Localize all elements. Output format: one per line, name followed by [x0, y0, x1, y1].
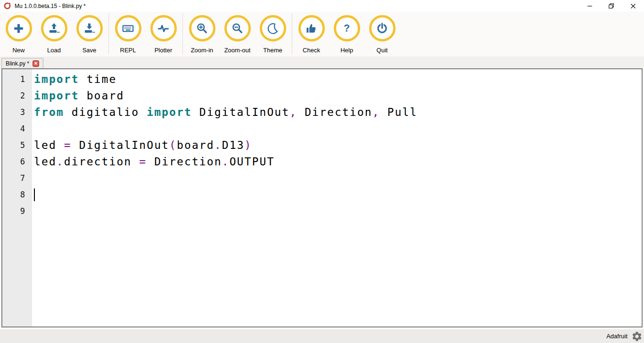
toolbar-group: NewLoadSave: [1, 12, 107, 54]
help-button-label: Help: [340, 47, 353, 54]
check-button-circle: [298, 15, 325, 41]
minimize-window-button[interactable]: [579, 0, 601, 12]
window-title: Mu 1.0.0.beta.15 - Blink.py *: [15, 3, 86, 9]
code-token-operator: =: [139, 155, 147, 168]
zoom-out-button[interactable]: Zoom-out: [220, 12, 255, 54]
new-button-label: New: [12, 47, 25, 54]
tab-close-icon[interactable]: ✕: [33, 60, 39, 67]
help-button-circle: ?: [334, 15, 360, 41]
line-number: 7: [2, 170, 32, 187]
toolbar-group: Check?HelpQuit: [294, 12, 400, 54]
check-button[interactable]: Check: [294, 12, 329, 54]
toolbar-group: REPLPlotter: [110, 12, 181, 54]
code-token-plain: digitalio: [64, 106, 147, 118]
help-button[interactable]: ?Help: [329, 12, 364, 54]
zoom-out-icon: [231, 22, 244, 35]
code-token-operator: .: [57, 155, 64, 168]
load-button-label: Load: [47, 47, 61, 54]
line-number: 1: [2, 71, 32, 88]
code-token-operator: ): [245, 139, 252, 151]
line-number: 3: [2, 104, 32, 121]
code-line-6[interactable]: led.direction = Direction.OUTPUT: [34, 154, 642, 170]
mu-logo: [3, 2, 11, 10]
save-button-circle: [76, 15, 103, 41]
gear-icon: [631, 331, 643, 342]
repl-button[interactable]: REPL: [110, 12, 146, 54]
save-button-label: Save: [83, 47, 97, 54]
code-token-plain: led: [34, 139, 64, 151]
toolbar-separator: [108, 13, 109, 55]
code-token-plain: D13: [222, 139, 245, 151]
plotter-button[interactable]: Plotter: [146, 12, 181, 54]
code-token-keyword: import: [34, 73, 79, 85]
load-button[interactable]: Load: [36, 12, 72, 54]
status-bar: Adafruit: [0, 329, 644, 343]
tab-bar: Blink.py * ✕: [0, 57, 644, 68]
repl-button-circle: [115, 15, 141, 41]
code-line-8[interactable]: [34, 187, 642, 203]
line-number: 6: [2, 154, 32, 170]
theme-button[interactable]: Theme: [255, 12, 290, 54]
code-line-5[interactable]: led = DigitalInOut(board.D13): [34, 137, 642, 154]
plotter-button-label: Plotter: [155, 47, 173, 54]
text-cursor: [34, 188, 35, 201]
gear-icon[interactable]: [631, 331, 643, 342]
code-token-keyword: import: [34, 90, 79, 102]
zoom-out-button-circle: [224, 15, 251, 41]
check-thumbs-up-icon: [305, 22, 318, 35]
code-line-7[interactable]: [34, 170, 642, 187]
code-token-keyword: import: [147, 106, 192, 118]
zoom-out-button-label: Zoom-out: [224, 47, 251, 54]
new-button-circle: [6, 15, 32, 41]
zoom-in-button-label: Zoom-in: [191, 47, 214, 54]
code-line-1[interactable]: import time: [34, 71, 642, 88]
toolbar-group: Zoom-inZoom-outTheme: [184, 12, 290, 54]
quit-button-label: Quit: [377, 47, 388, 54]
new-plus-icon: [12, 22, 25, 35]
quit-button[interactable]: Quit: [364, 12, 400, 54]
toolbar-separator: [292, 13, 292, 55]
save-button[interactable]: Save: [72, 12, 107, 54]
code-token-keyword: from: [34, 106, 64, 118]
code-token-operator: (: [169, 139, 177, 151]
code-token-plain: led: [34, 155, 57, 168]
new-button[interactable]: New: [1, 12, 36, 54]
editor-pane[interactable]: 123456789 import timeimport boardfrom di…: [1, 68, 643, 327]
restore-window-button[interactable]: [601, 0, 622, 12]
close-icon: [630, 3, 636, 9]
line-number: 8: [2, 187, 32, 203]
quit-button-circle: [369, 15, 396, 41]
code-line-3[interactable]: from digitalio import DigitalInOut, Dire…: [34, 104, 642, 121]
code-token-operator: .: [222, 155, 230, 168]
save-download-icon: [83, 22, 96, 35]
code-line-2[interactable]: import board: [34, 88, 642, 104]
help-question-icon: ?: [340, 22, 353, 35]
code-token-plain: Direction: [297, 106, 372, 118]
code-line-9[interactable]: [34, 203, 642, 220]
code-token-operator: =: [64, 139, 72, 151]
title-bar: Mu 1.0.0.beta.15 - Blink.py *: [0, 0, 644, 12]
line-number: 9: [2, 203, 32, 220]
zoom-in-button[interactable]: Zoom-in: [184, 12, 220, 54]
mu-editor-window: Mu 1.0.0.beta.15 - Blink.py * NewLoadSav…: [0, 0, 644, 343]
code-area[interactable]: import timeimport boardfrom digitalio im…: [32, 69, 642, 327]
line-number: 4: [2, 121, 32, 137]
toolbar: NewLoadSaveREPLPlotterZoom-inZoom-outThe…: [0, 12, 644, 57]
code-token-plain: time: [79, 73, 117, 85]
plotter-button-circle: [150, 15, 177, 41]
tab-blink-py[interactable]: Blink.py * ✕: [1, 58, 43, 68]
code-token-plain: board: [177, 139, 215, 151]
window-controls: [579, 0, 644, 12]
line-number: 2: [2, 88, 32, 104]
code-token-plain: Pull: [380, 106, 418, 118]
tab-label: Blink.py *: [6, 60, 29, 67]
code-token-operator: .: [215, 139, 222, 151]
repl-keyboard-icon: [122, 22, 134, 35]
svg-text:?: ?: [344, 23, 350, 34]
restore-icon: [609, 3, 614, 9]
code-line-4[interactable]: [34, 121, 642, 137]
close-window-button[interactable]: [622, 0, 644, 12]
code-token-plain: DigitalInOut: [72, 139, 169, 151]
load-button-circle: [41, 15, 67, 41]
mu-logo: [3, 2, 11, 10]
